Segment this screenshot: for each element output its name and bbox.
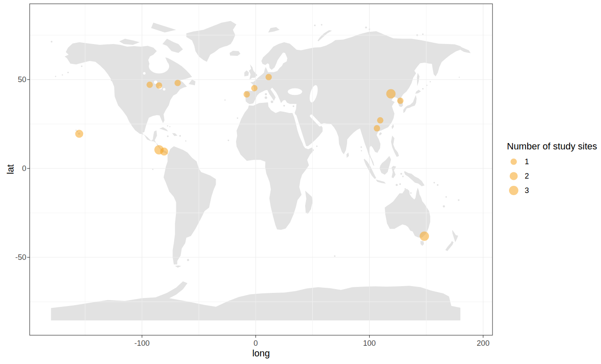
- island: [434, 182, 435, 184]
- landmass: [249, 64, 257, 80]
- island: [264, 97, 267, 99]
- study-site-point: [147, 82, 153, 88]
- study-site-point: [75, 130, 83, 138]
- study-site-point: [156, 82, 162, 88]
- landmass: [186, 21, 237, 62]
- island: [334, 255, 336, 257]
- island: [314, 25, 316, 26]
- island: [422, 33, 424, 35]
- island: [396, 184, 398, 186]
- landmass: [119, 39, 139, 45]
- island: [152, 169, 153, 170]
- legend-item: 3: [507, 183, 597, 198]
- island: [67, 72, 69, 73]
- island: [167, 125, 168, 127]
- legend-item-label: 2: [525, 172, 529, 181]
- island: [292, 105, 294, 107]
- study-site-point: [420, 232, 429, 241]
- sea: [288, 88, 302, 95]
- legend-key-circle: [509, 186, 518, 195]
- landmass: [318, 30, 332, 41]
- island: [361, 150, 362, 152]
- landmass: [305, 191, 312, 214]
- landmass: [376, 179, 386, 184]
- legend-items: 123: [507, 154, 597, 198]
- island: [443, 205, 445, 207]
- study-site-point: [251, 85, 258, 91]
- landmass: [364, 159, 376, 179]
- island: [458, 199, 459, 201]
- y-tick-label: -50: [3, 253, 26, 262]
- landmass: [175, 265, 181, 267]
- island: [62, 74, 63, 76]
- island: [459, 77, 460, 78]
- legend-key-circle: [510, 172, 518, 180]
- legend-key-circle-icon: [507, 184, 520, 197]
- island: [422, 88, 424, 90]
- study-site-point: [374, 125, 380, 132]
- x-axis-title: long: [219, 348, 303, 359]
- legend-key-circle-icon: [507, 155, 520, 168]
- island: [361, 146, 362, 148]
- island: [401, 173, 402, 174]
- landmass: [164, 146, 216, 265]
- landmass: [346, 152, 349, 158]
- y-tick-label: 50: [3, 75, 26, 84]
- landmass: [172, 133, 178, 136]
- island: [283, 105, 285, 107]
- legend-item: 1: [507, 154, 597, 169]
- lake: [163, 88, 165, 91]
- island: [271, 101, 273, 103]
- island: [237, 117, 239, 119]
- lake: [143, 72, 145, 74]
- landmass: [380, 156, 391, 175]
- legend-item-label: 1: [525, 157, 529, 166]
- island: [228, 140, 229, 141]
- study-site-point: [386, 89, 395, 99]
- island: [81, 66, 83, 67]
- landmass: [245, 70, 249, 76]
- size-legend: Number of study sites 123: [507, 141, 597, 198]
- island: [445, 196, 447, 198]
- island: [265, 93, 267, 95]
- island: [167, 135, 169, 137]
- landmass: [415, 90, 421, 94]
- island: [402, 176, 404, 177]
- landmass: [151, 23, 176, 33]
- landmass: [392, 166, 396, 178]
- legend-title: Number of study sites: [507, 141, 597, 152]
- landmass: [391, 135, 399, 157]
- island: [321, 24, 323, 26]
- x-tick-label: 200: [468, 339, 498, 347]
- study-site-point: [244, 91, 250, 97]
- landmass: [65, 42, 192, 134]
- landmass: [230, 51, 241, 56]
- island: [169, 126, 170, 127]
- island: [224, 99, 225, 101]
- island: [437, 184, 439, 186]
- landmass: [268, 27, 280, 33]
- landmass: [452, 230, 458, 242]
- island: [187, 259, 189, 261]
- landmass: [379, 132, 382, 135]
- legend-item-label: 3: [525, 186, 529, 195]
- island: [365, 27, 367, 28]
- landmass: [162, 39, 183, 53]
- landmass: [445, 241, 454, 251]
- x-tick-label: 100: [355, 339, 384, 347]
- landmass: [404, 171, 424, 186]
- landmass: [189, 80, 195, 85]
- world-map: [51, 21, 471, 320]
- island: [316, 146, 318, 147]
- x-tick-label: 0: [241, 339, 270, 347]
- island: [404, 188, 406, 190]
- landmass: [392, 124, 394, 130]
- y-tick-label: 0: [3, 164, 26, 173]
- study-site-point: [175, 80, 181, 86]
- island: [430, 81, 431, 83]
- landmass: [420, 241, 424, 245]
- island: [179, 135, 181, 137]
- x-tick-label: -100: [127, 339, 157, 347]
- study-site-point: [160, 148, 168, 156]
- island: [185, 140, 186, 141]
